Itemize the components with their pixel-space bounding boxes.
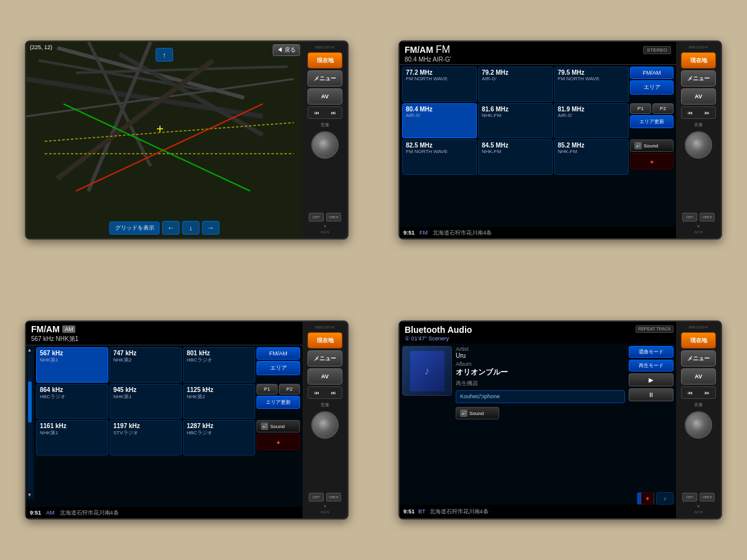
fm-station-0[interactable]: 77.2 MHz FM NORTH WAVE	[402, 67, 477, 102]
am-station-0[interactable]: 567 kHz NHK第1	[36, 347, 108, 383]
eject-icon-4: ▲	[697, 503, 701, 508]
genchi-button-2[interactable]: 現在地	[681, 52, 716, 68]
bt-subtitle: ① 01'47'' Scenery	[405, 335, 671, 342]
bt-play-button[interactable]: ▶	[629, 373, 674, 386]
opt-button-2[interactable]: OPT	[682, 213, 697, 222]
area-button[interactable]: エリア	[630, 80, 674, 95]
side-panel-3: MM115D-W 現在地 メニュー AV ⏮⏭ 音量 OPT OPEN ▲ AU…	[303, 322, 347, 518]
opt-button[interactable]: OPT	[309, 213, 324, 222]
eject-icon: ▲	[323, 223, 327, 228]
quadrant-top-right: FM/AM FM STEREO 80.4 MHz AIR-G' 77.2 MHz…	[374, 0, 747, 280]
av-button-2[interactable]: AV	[681, 88, 716, 105]
am-station-1[interactable]: 747 kHz NHK第2	[110, 347, 182, 383]
track-seek-control[interactable]: ⏮⏭	[308, 106, 342, 119]
volume-knob-2[interactable]	[685, 131, 712, 159]
nav-right[interactable]: →	[202, 221, 220, 235]
menu-button[interactable]: メニュー	[308, 70, 342, 86]
fm-station-5[interactable]: 81.9 MHz AIR-G'	[554, 103, 629, 139]
av-button-4[interactable]: AV	[681, 368, 716, 385]
am-station-grid: 567 kHz NHK第1 747 kHz NHK第2 801 kHz HBCラ…	[34, 345, 303, 457]
fm-station-3[interactable]: 80.4 MHz AIR-G'	[402, 103, 477, 139]
volume-knob-4[interactable]	[685, 411, 712, 439]
open-button[interactable]: OPEN	[326, 213, 341, 222]
opt-button-4[interactable]: OPT	[682, 493, 697, 502]
am-p2-button[interactable]: P2	[279, 384, 300, 394]
opt-open-buttons: OPT OPEN	[309, 213, 341, 222]
sound-button[interactable]: 🔊 Sound	[630, 139, 674, 152]
menu-button-4[interactable]: メニュー	[681, 350, 716, 366]
nav-down[interactable]: ↓	[182, 221, 200, 235]
grid-display-button[interactable]: グリッドを表示	[110, 222, 160, 235]
camera-top-buttons: ◀ 戻る	[270, 42, 303, 58]
open-button-2[interactable]: OPEN	[700, 213, 715, 222]
open-button-4[interactable]: OPEN	[700, 493, 715, 502]
am-station-6[interactable]: 1161 kHz NHK第1	[36, 420, 108, 455]
av-button[interactable]: AV	[308, 88, 342, 105]
am-star-button[interactable]: ✦	[256, 434, 300, 450]
area-update-button[interactable]: エリア更新	[630, 115, 674, 128]
am-station-7[interactable]: 1197 kHz STVラジオ	[110, 420, 182, 455]
knob-inner-4	[692, 419, 705, 431]
am-fm-am-button[interactable]: FM/AM	[256, 347, 300, 360]
track-seek-3[interactable]: ⏮⏭	[308, 386, 342, 399]
volume-label: 音量	[321, 122, 329, 128]
bt-right-controls: 選曲モード 再生モード ▶ ⏸	[629, 346, 674, 503]
eject-icon-2: ▲	[697, 223, 701, 228]
av-button-3[interactable]: AV	[308, 368, 342, 385]
side-bottom-2: OPT OPEN ▲ AUX	[682, 213, 715, 235]
menu-button-3[interactable]: メニュー	[308, 350, 342, 366]
fm-am-button[interactable]: FM/AM	[630, 67, 674, 79]
p2-button[interactable]: P2	[652, 103, 674, 114]
track-seek-2[interactable]: ⏮⏭	[681, 106, 716, 119]
am-area-update[interactable]: エリア更新	[256, 396, 300, 409]
nav-left[interactable]: ←	[162, 221, 180, 235]
am-p1-button[interactable]: P1	[256, 384, 278, 394]
genchi-button-4[interactable]: 現在地	[681, 332, 716, 348]
am-station-3[interactable]: 864 kHz HBCラジオ	[36, 384, 108, 419]
am-sound-icon: 🔊	[261, 422, 268, 430]
nav-up[interactable]: ↑	[156, 48, 173, 62]
camera-nav: グリッドを表示 ← ↓ →	[110, 221, 220, 235]
bt-saiseimo-mode[interactable]: 再生モード	[629, 360, 674, 371]
fm-station-8[interactable]: 85.2 MHz NHK-FM	[554, 139, 629, 175]
camera-view: (225, 12) ◀ 戻る グリッドを表示 ← ↓ → ↑	[26, 42, 303, 238]
fm-star-button[interactable]: ✦	[630, 153, 674, 169]
bt-player-label: 再生機器	[456, 380, 625, 388]
bt-sound-button[interactable]: 🔊 Sound	[456, 407, 499, 419]
back-button[interactable]: ◀ 戻る	[273, 44, 300, 56]
bt-artist-row: Artist Uru	[456, 346, 625, 359]
camera-background-svg	[26, 42, 303, 238]
bt-tab-music[interactable]: ♪	[656, 492, 674, 505]
am-title: FM/AM	[31, 324, 60, 334]
p1-button[interactable]: P1	[630, 103, 651, 114]
fm-side-buttons: FM/AM エリア	[630, 67, 674, 102]
fm-badge: FM	[436, 44, 450, 55]
menu-button-2[interactable]: メニュー	[681, 70, 716, 86]
opt-button-3[interactable]: OPT	[309, 493, 324, 502]
fm-station-2[interactable]: 79.5 MHz FM NORTH WAVE	[554, 67, 629, 102]
model-label: MM115D-W	[315, 45, 334, 49]
am-station-5[interactable]: 1125 kHz NHK第2	[183, 384, 255, 419]
fm-station-1[interactable]: 79.2 MHz AIR-G'	[478, 67, 553, 102]
fm-station-6[interactable]: 82.5 MHz FM NORTH WAVE	[402, 139, 477, 175]
genchi-button[interactable]: 現在地	[308, 52, 342, 68]
genchi-button-3[interactable]: 現在地	[308, 332, 342, 348]
volume-knob[interactable]	[311, 131, 339, 159]
open-button-3[interactable]: OPEN	[326, 493, 341, 502]
am-sound-button[interactable]: 🔊 Sound	[256, 420, 300, 432]
fm-station-4[interactable]: 81.6 MHz NHK-FM	[478, 103, 553, 139]
bt-senkyoku-mode[interactable]: 選曲モード	[629, 346, 674, 358]
bt-content: ♪ Artist Uru Album オリオンブルー	[400, 343, 676, 506]
volume-knob-3[interactable]	[311, 411, 339, 439]
track-seek-4[interactable]: ⏮⏭	[681, 386, 716, 399]
bt-star-button[interactable]: ✦	[641, 492, 654, 505]
am-station-8[interactable]: 1287 kHz HBCラジオ	[183, 420, 255, 455]
am-area-button[interactable]: エリア	[256, 361, 300, 375]
bluetooth-screen: Bluetooth Audio ① 01'47'' Scenery REPEAT…	[400, 322, 676, 518]
bt-info: Artist Uru Album オリオンブルー 再生機器 Kouheiのiph…	[456, 346, 625, 503]
am-radio-screen: FM/AM AM 567 kHz NHK第1 ▲ ▼	[26, 322, 303, 518]
bt-pause-button[interactable]: ⏸	[629, 388, 674, 401]
fm-station-7[interactable]: 84.5 MHz NHK-FM	[478, 139, 553, 175]
am-station-2[interactable]: 801 kHz HBCラジオ	[183, 347, 255, 383]
am-station-4[interactable]: 945 kHz NHK第1	[110, 384, 182, 419]
